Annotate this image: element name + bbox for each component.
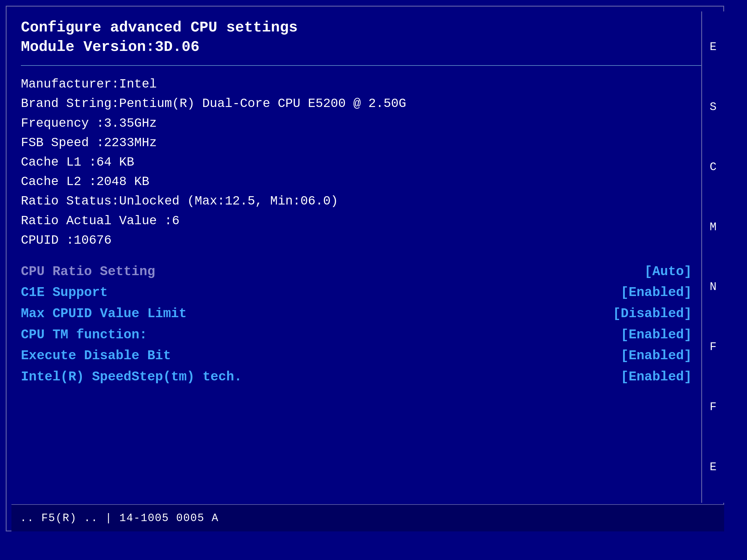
setting-value-1: [Enabled]: [621, 282, 692, 303]
sidebar-char-6: F: [705, 401, 721, 414]
setting-value-5: [Enabled]: [621, 367, 692, 388]
cache-l2-row: Cache L2 :2048 KB: [21, 172, 709, 191]
setting-label-3: CPU TM function:: [21, 325, 147, 346]
cpu-info-section: Manufacturer:Intel Brand String:Pentium(…: [21, 74, 709, 250]
title-divider: [21, 65, 709, 66]
title-section: Configure advanced CPU settings Module V…: [21, 18, 709, 57]
cache-l1-row: Cache L1 :64 KB: [21, 153, 709, 172]
frequency-row: Frequency :3.35GHz: [21, 113, 709, 133]
page-title-line1: Configure advanced CPU settings: [21, 18, 709, 37]
sidebar-char-3: M: [705, 221, 721, 234]
setting-row-2[interactable]: Max CPUID Value Limit[Disabled]: [21, 303, 709, 325]
setting-value-3: [Enabled]: [621, 325, 692, 346]
sidebar-char-4: N: [705, 281, 721, 293]
setting-value-4: [Enabled]: [621, 346, 692, 367]
sidebar-char-5: F: [705, 341, 721, 353]
sidebar-char-2: C: [705, 161, 721, 174]
setting-label-0: CPU Ratio Setting: [21, 261, 155, 283]
setting-row-5[interactable]: Intel(R) SpeedStep(tm) tech.[Enabled]: [21, 367, 709, 388]
setting-row-4[interactable]: Execute Disable Bit[Enabled]: [21, 346, 709, 367]
setting-row-0[interactable]: CPU Ratio Setting[Auto]: [21, 261, 709, 283]
setting-value-0: [Auto]: [644, 261, 692, 283]
sidebar-char-1: S: [705, 101, 721, 113]
page-title-line2: Module Version:3D.06: [21, 37, 709, 57]
sidebar-char-7: E: [705, 461, 721, 474]
main-panel: Configure advanced CPU settings Module V…: [6, 6, 724, 531]
setting-row-3[interactable]: CPU TM function:[Enabled]: [21, 325, 709, 346]
bottom-bar: .. F5(R) .. | 14-1005 0005 A: [11, 504, 724, 531]
bios-screen: Configure advanced CPU settings Module V…: [6, 6, 724, 531]
manufacturer-row: Manufacturer:Intel: [21, 74, 709, 94]
settings-section: CPU Ratio Setting[Auto]C1E Support[Enabl…: [21, 261, 709, 388]
setting-value-2: [Disabled]: [613, 303, 692, 325]
sidebar-char-0: E: [705, 41, 721, 53]
right-sidebar: ESCMNFFE: [701, 11, 724, 503]
fsb-speed-row: FSB Speed :2233MHz: [21, 133, 709, 153]
bottom-status-text: .. F5(R) .. | 14-1005 0005 A: [20, 512, 219, 524]
setting-label-1: C1E Support: [21, 282, 108, 303]
ratio-actual-row: Ratio Actual Value :6: [21, 211, 709, 231]
setting-label-2: Max CPUID Value Limit: [21, 303, 187, 325]
ratio-status-row: Ratio Status:Unlocked (Max:12.5, Min:06.…: [21, 191, 709, 211]
brand-string-row: Brand String:Pentium(R) Dual-Core CPU E5…: [21, 94, 709, 113]
setting-label-4: Execute Disable Bit: [21, 346, 171, 367]
cpuid-row: CPUID :10676: [21, 231, 709, 250]
setting-label-5: Intel(R) SpeedStep(tm) tech.: [21, 367, 242, 388]
setting-row-1[interactable]: C1E Support[Enabled]: [21, 282, 709, 303]
